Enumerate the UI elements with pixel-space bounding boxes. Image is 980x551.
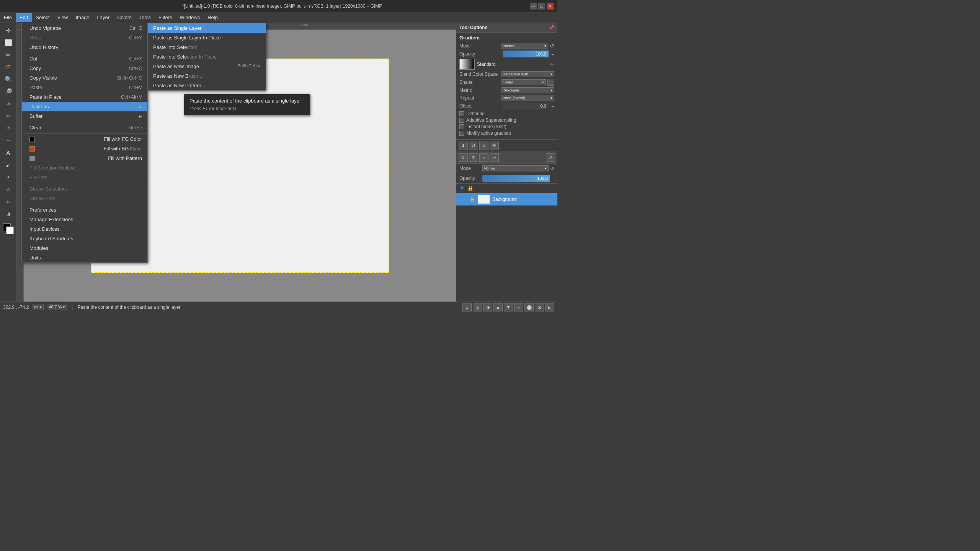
menu-select[interactable]: Select (32, 13, 53, 22)
maximize-button[interactable]: □ (538, 3, 545, 10)
layer-item-background[interactable]: 👁 🔒 Background (456, 193, 557, 205)
tool-zoom[interactable]: 🔎 (2, 86, 15, 97)
menu-edit[interactable]: Edit (16, 13, 32, 22)
gradient-swatch[interactable] (459, 59, 475, 70)
layer-visibility-eye[interactable]: 👁 (459, 196, 466, 203)
statusbar-btn6[interactable]: ⬦ (514, 303, 523, 311)
menu-undo-vignette[interactable]: Undo Vignette Ctrl+Z (22, 23, 147, 33)
tool-flip[interactable]: ↔ (2, 135, 15, 146)
menu-fill-fg[interactable]: Fill with FG Color (22, 134, 147, 144)
statusbar-btn7[interactable]: ⬤ (524, 303, 534, 311)
menu-manage-extensions[interactable]: Manage Extensions (22, 215, 147, 224)
refresh-icon-btn[interactable]: ⟳ (490, 142, 499, 150)
menu-paste[interactable]: Paste Ctrl+V (22, 83, 147, 92)
statusbar-btn8[interactable]: ⊠ (535, 303, 544, 311)
opacity-slider[interactable]: 100,0 (503, 51, 549, 57)
tool-fuzzy-select[interactable]: 🪄 (2, 61, 15, 73)
tool-color-pick[interactable]: 🔍 (2, 73, 15, 85)
delete-icon-btn[interactable]: ✕ (479, 142, 488, 150)
statusbar-btn1[interactable]: ⤓ (462, 303, 472, 311)
adaptive-checkbox[interactable] (459, 118, 464, 123)
statusbar-btn5[interactable]: ▼ (504, 303, 513, 311)
layer-stack-icon[interactable]: ≡ (459, 153, 468, 162)
tool-crop[interactable]: ✂ (2, 110, 15, 122)
statusbar-btn4[interactable]: ▲ (493, 303, 503, 311)
tool-heal[interactable]: ✦ (2, 171, 15, 183)
menu-tools[interactable]: Tools (136, 13, 155, 22)
menu-layer[interactable]: Layer (93, 13, 114, 22)
paste-as-new-pattern[interactable]: Paste as New Pattern... (148, 81, 266, 90)
paste-as-single-layer[interactable]: Paste as Single Layer (148, 23, 266, 33)
menu-copy-visible[interactable]: Copy Visible Shift+Ctrl+C (22, 73, 147, 83)
layers-expand-icon[interactable]: ↗ (546, 153, 555, 162)
download-icon-btn[interactable]: ⬇ (459, 142, 468, 150)
layer-lock-btn[interactable]: 🔒 (469, 196, 475, 203)
menu-fill-path[interactable]: Fill Path... (22, 173, 147, 182)
paste-as-new-brush[interactable]: Paste as New Brush... (148, 71, 266, 81)
modify-row[interactable]: Modify active gradient (459, 130, 554, 136)
menu-undo-history[interactable]: Undo History (22, 42, 147, 52)
menu-clear[interactable]: Clear Delete (22, 123, 147, 132)
menu-keyboard-shortcuts[interactable]: Keyboard Shortcuts (22, 234, 147, 243)
menu-fill-selection[interactable]: Fill Selection Outline... (22, 163, 147, 173)
adaptive-row[interactable]: Adaptive Supersampling (459, 117, 554, 123)
minimize-button[interactable]: — (530, 3, 537, 10)
layer-mode-dropdown[interactable]: Normal ▾ (482, 165, 549, 171)
statusbar-btn3[interactable]: ⬗ (483, 303, 492, 311)
menu-paste-as[interactable]: Paste as (22, 102, 147, 111)
bg-color-swatch[interactable] (6, 227, 14, 234)
menu-preferences[interactable]: Preferences (22, 205, 147, 215)
menu-paste-in-place[interactable]: Paste In Place Ctrl+Alt+V (22, 92, 147, 102)
reset-icon-btn[interactable]: ↺ (469, 142, 478, 150)
unit-dropdown[interactable]: px ▾ (32, 304, 44, 310)
menu-file[interactable]: File (0, 13, 16, 22)
zoom-dropdown[interactable]: 46,7 % ▾ (47, 304, 67, 310)
repeat-dropdown[interactable]: None (extend) ▾ (501, 95, 554, 101)
blend-dropdown[interactable]: Perceptual RGB ▾ (501, 71, 554, 77)
offset-slider[interactable]: 0,0 (503, 103, 549, 109)
paste-as-new-image[interactable]: Paste as New Image Shift+Ctrl+V (148, 62, 266, 71)
menu-copy[interactable]: Copy Ctrl+C (22, 64, 147, 73)
tool-rect-select[interactable]: ⬜ (2, 37, 15, 48)
menu-windows[interactable]: Windows (176, 13, 204, 22)
shape-dropdown[interactable]: Linear ▾ (501, 79, 546, 85)
menu-redo[interactable]: Redo Ctrl+Y (22, 33, 147, 42)
tool-free-select[interactable]: ✏ (2, 49, 15, 60)
tool-options-icon[interactable]: 📌 (549, 25, 554, 30)
menu-image[interactable]: Image (72, 13, 93, 22)
menu-filters[interactable]: Filters (155, 13, 176, 22)
tool-dodge[interactable]: ◑ (2, 208, 15, 220)
dithering-row[interactable]: Dithering (459, 111, 554, 116)
tool-smudge[interactable]: ≋ (2, 196, 15, 207)
layer-opacity-decrease[interactable]: – (552, 176, 554, 181)
instant-row[interactable]: Instant mode (Shift) (459, 124, 554, 129)
paste-into-selection-inplace[interactable]: Paste Into Selection In Place (148, 52, 266, 62)
mode-dropdown[interactable]: Normal ▾ (501, 43, 548, 49)
menu-fill-pattern[interactable]: Fill with Pattern (22, 153, 147, 163)
tool-eraser[interactable]: ◇ (2, 184, 15, 195)
paste-into-selection[interactable]: Paste Into Selection (148, 42, 266, 52)
layer-undo-icon[interactable]: ↩ (490, 153, 499, 162)
offset-decrease[interactable]: – (552, 103, 554, 109)
menu-units[interactable]: Units (22, 253, 147, 262)
tool-move[interactable]: ✛ (2, 24, 15, 36)
menu-view[interactable]: View (54, 13, 72, 22)
metric-dropdown[interactable]: Эвклидов ▾ (501, 87, 554, 93)
menu-modules[interactable]: Modules (22, 243, 147, 253)
menu-cut[interactable]: Cut Ctrl+X (22, 54, 147, 64)
menu-help[interactable]: Help (204, 13, 222, 22)
dithering-checkbox[interactable] (459, 111, 464, 116)
menu-fill-bg[interactable]: Fill with BG Color (22, 144, 147, 153)
mode-reset[interactable]: ↺ (550, 43, 554, 49)
tool-transform[interactable]: ⟳ (2, 122, 15, 134)
statusbar-btn2[interactable]: ⬙ (473, 303, 482, 311)
opacity-decrease[interactable]: – (552, 51, 554, 57)
close-button[interactable]: ✕ (547, 3, 554, 10)
layer-lock-icon[interactable]: 🔒 (467, 185, 474, 191)
tool-measure[interactable]: ⊕ (2, 98, 15, 109)
paste-as-single-layer-inplace[interactable]: Paste as Single Layer In Place (148, 33, 266, 42)
modify-checkbox[interactable] (459, 131, 464, 136)
layer-channels-icon[interactable]: ≈ (479, 153, 488, 162)
menu-stroke-selection[interactable]: Stroke Selection... (22, 184, 147, 194)
instant-checkbox[interactable] (459, 124, 464, 129)
